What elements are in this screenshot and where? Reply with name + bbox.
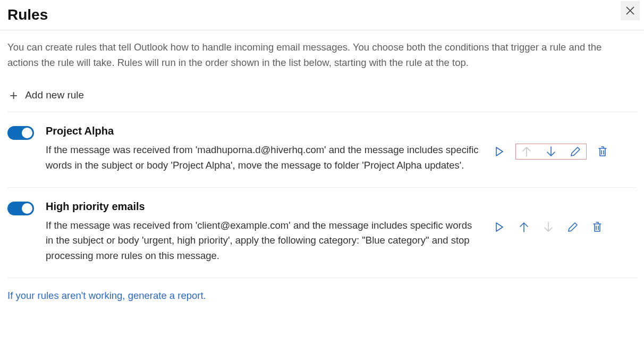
play-icon: [495, 146, 504, 157]
divider: [0, 30, 644, 30]
rule-row: Project AlphaIf the message was received…: [7, 112, 637, 187]
down-icon: [546, 146, 556, 157]
header: Rules: [7, 4, 637, 30]
close-button[interactable]: [621, 1, 640, 20]
delete-rule-button[interactable]: [591, 221, 604, 233]
move-down-button[interactable]: [545, 145, 557, 158]
run-rule-button[interactable]: [493, 145, 506, 158]
move-up-button: [520, 145, 533, 158]
close-icon: [625, 6, 635, 15]
rule-toggle[interactable]: [7, 126, 34, 140]
edit-icon: [567, 221, 579, 233]
highlighted-action-group: [515, 144, 587, 160]
rule-actions: [493, 145, 609, 158]
rule-name: High priority emails: [46, 200, 481, 213]
down-icon: [543, 221, 554, 233]
move-down-button: [542, 221, 555, 233]
move-up-button[interactable]: [518, 221, 530, 233]
up-icon: [519, 221, 529, 233]
rule-toggle[interactable]: [7, 202, 34, 215]
intro-text: You can create rules that tell Outlook h…: [7, 40, 629, 70]
generate-report-link[interactable]: If your rules aren't working, generate a…: [7, 290, 637, 302]
trash-icon: [597, 146, 608, 157]
rule-body: Project AlphaIf the message was received…: [46, 125, 481, 173]
play-icon: [495, 222, 504, 232]
rule-description: If the message was received from 'client…: [46, 218, 481, 264]
up-icon: [521, 146, 532, 157]
run-rule-button[interactable]: [493, 221, 506, 233]
rules-settings-panel: Rules You can create rules that tell Out…: [0, 0, 644, 312]
delete-rule-button[interactable]: [596, 145, 609, 158]
rule-description: If the message was received from 'madhup…: [46, 143, 481, 173]
add-new-rule-label: Add new rule: [25, 89, 84, 101]
plus-icon: +: [10, 88, 18, 102]
edit-rule-button[interactable]: [566, 221, 579, 233]
rule-body: High priority emailsIf the message was r…: [46, 200, 481, 264]
page-title: Rules: [7, 6, 48, 23]
rule-actions: [493, 221, 604, 233]
rule-name: Project Alpha: [46, 125, 481, 137]
trash-icon: [592, 221, 603, 233]
add-new-rule-button[interactable]: + Add new rule: [7, 85, 637, 112]
edit-rule-button[interactable]: [569, 145, 582, 158]
rules-list: Project AlphaIf the message was received…: [7, 112, 637, 278]
rule-row: High priority emailsIf the message was r…: [7, 188, 637, 278]
edit-icon: [570, 146, 581, 157]
